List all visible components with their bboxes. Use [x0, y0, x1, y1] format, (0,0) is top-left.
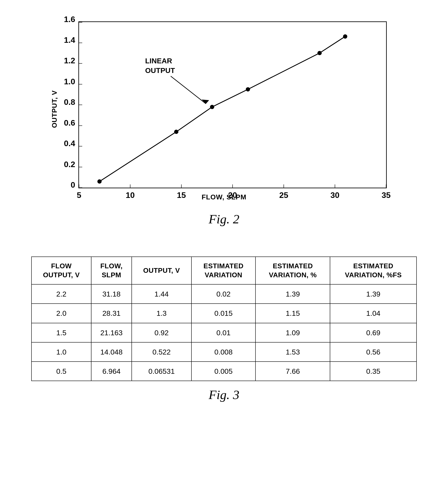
svg-text:5: 5: [77, 191, 81, 200]
table-cell: 0.02: [192, 284, 256, 303]
svg-point-32: [97, 179, 102, 183]
svg-text:0: 0: [71, 180, 75, 189]
fig3-caption: Fig. 3: [208, 387, 239, 402]
x-axis-label: FLOW, SLPM: [202, 193, 246, 201]
svg-text:25: 25: [279, 191, 288, 200]
svg-text:35: 35: [382, 191, 391, 200]
table-row: 2.231.181.440.021.391.39: [32, 284, 416, 303]
table-cell: 1.5: [32, 323, 91, 342]
table-cell: 0.008: [192, 342, 256, 362]
table-cell: 0.92: [132, 323, 192, 342]
col-header-est-var: ESTIMATEDVARIATION: [192, 257, 256, 284]
svg-line-40: [171, 76, 206, 104]
table-cell: 7.66: [256, 362, 330, 381]
table-cell: 0.01: [192, 323, 256, 342]
svg-text:OUTPUT: OUTPUT: [145, 66, 175, 75]
col-header-est-var-pct: ESTIMATEDVARIATION, %: [256, 257, 330, 284]
col-header-output-v: OUTPUT, V: [132, 257, 192, 284]
svg-text:15: 15: [177, 191, 186, 200]
table-cell: 1.0: [32, 342, 91, 362]
svg-point-34: [210, 105, 214, 109]
svg-point-33: [174, 130, 178, 134]
table-cell: 1.39: [330, 284, 416, 303]
svg-text:1.2: 1.2: [64, 56, 75, 65]
col-header-est-var-fs: ESTIMATEDVARIATION, %FS: [330, 257, 416, 284]
table-cell: 0.522: [132, 342, 192, 362]
table-cell: 0.06531: [132, 362, 192, 381]
svg-text:10: 10: [126, 191, 135, 200]
table-cell: 1.09: [256, 323, 330, 342]
col-header-flow-output: FLOWOUTPUT, V: [32, 257, 91, 284]
table-cell: 1.15: [256, 303, 330, 323]
table-cell: 14.048: [91, 342, 132, 362]
svg-text:1.4: 1.4: [64, 35, 75, 45]
table-cell: 0.015: [192, 303, 256, 323]
fig3-section: FLOWOUTPUT, V FLOW,SLPM OUTPUT, V ESTIMA…: [17, 257, 431, 402]
table-row: 0.56.9640.065310.0057.660.35: [32, 362, 416, 381]
chart-box: 0 0.2 0.4 0.6 0.8 1.0 1.2 1.4 1.6: [78, 21, 387, 188]
svg-point-36: [317, 51, 322, 55]
table-cell: 0.56: [330, 342, 416, 362]
table-cell: 1.3: [132, 303, 192, 323]
table-row: 2.028.311.30.0151.151.04: [32, 303, 416, 323]
table-cell: 2.2: [32, 284, 91, 303]
table-cell: 1.53: [256, 342, 330, 362]
chart-container: OUTPUT, V 0 0.2 0.4 0.6 0.8 1.0 1.2 1.4 …: [53, 13, 395, 205]
table-cell: 0.69: [330, 323, 416, 342]
fig2-caption: Fig. 2: [208, 212, 239, 227]
table-cell: 0.005: [192, 362, 256, 381]
svg-text:LINEAR: LINEAR: [145, 57, 172, 65]
svg-text:0.8: 0.8: [64, 98, 75, 106]
table-cell: 31.18: [91, 284, 132, 303]
svg-text:0.2: 0.2: [64, 160, 75, 169]
svg-text:0.4: 0.4: [64, 139, 75, 148]
table-cell: 6.964: [91, 362, 132, 381]
table-cell: 1.04: [330, 303, 416, 323]
col-header-flow-slpm: FLOW,SLPM: [91, 257, 132, 284]
svg-point-37: [343, 34, 347, 39]
svg-text:1.6: 1.6: [64, 15, 75, 24]
table-header-row: FLOWOUTPUT, V FLOW,SLPM OUTPUT, V ESTIMA…: [32, 257, 416, 284]
svg-text:1.0: 1.0: [64, 77, 75, 86]
svg-text:30: 30: [330, 191, 339, 200]
table-cell: 21.163: [91, 323, 132, 342]
table-cell: 1.44: [132, 284, 192, 303]
y-axis-label: OUTPUT, V: [50, 90, 59, 128]
table-cell: 0.5: [32, 362, 91, 381]
table-cell: 0.35: [330, 362, 416, 381]
chart-svg: 0 0.2 0.4 0.6 0.8 1.0 1.2 1.4 1.6: [79, 22, 386, 188]
table-row: 1.521.1630.920.011.090.69: [32, 323, 416, 342]
table-cell: 28.31: [91, 303, 132, 323]
svg-point-35: [246, 87, 250, 91]
table-cell: 1.39: [256, 284, 330, 303]
fig2-section: OUTPUT, V 0 0.2 0.4 0.6 0.8 1.0 1.2 1.4 …: [17, 13, 431, 227]
table-row: 1.014.0480.5220.0081.530.56: [32, 342, 416, 362]
table-cell: 2.0: [32, 303, 91, 323]
svg-text:0.6: 0.6: [64, 118, 75, 127]
data-table: FLOWOUTPUT, V FLOW,SLPM OUTPUT, V ESTIMA…: [31, 257, 417, 381]
